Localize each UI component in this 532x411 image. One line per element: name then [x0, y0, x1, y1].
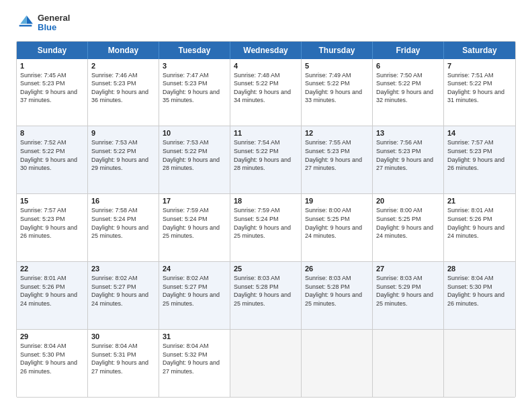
day-number: 28 — [447, 265, 512, 273]
day-number: 17 — [163, 197, 226, 205]
calendar-row-4: 29Sunrise: 8:04 AM Sunset: 5:30 PM Dayli… — [17, 330, 515, 397]
day-info: Sunrise: 8:01 AM Sunset: 5:26 PM Dayligh… — [447, 206, 512, 240]
day-number: 21 — [447, 197, 512, 205]
day-number: 6 — [376, 62, 440, 70]
svg-rect-2 — [19, 25, 32, 26]
day-info: Sunrise: 8:03 AM Sunset: 5:29 PM Dayligh… — [376, 274, 440, 308]
day-cell-20: 20Sunrise: 8:00 AM Sunset: 5:25 PM Dayli… — [373, 194, 444, 261]
day-cell-13: 13Sunrise: 7:56 AM Sunset: 5:23 PM Dayli… — [373, 126, 444, 193]
day-cell-18: 18Sunrise: 7:59 AM Sunset: 5:24 PM Dayli… — [230, 194, 302, 261]
day-number: 1 — [20, 62, 84, 70]
day-info: Sunrise: 8:01 AM Sunset: 5:26 PM Dayligh… — [20, 274, 84, 308]
day-cell-3: 3Sunrise: 7:47 AM Sunset: 5:23 PM Daylig… — [159, 59, 230, 126]
day-cell-7: 7Sunrise: 7:51 AM Sunset: 5:22 PM Daylig… — [444, 59, 515, 126]
day-info: Sunrise: 8:02 AM Sunset: 5:27 PM Dayligh… — [163, 274, 226, 308]
day-cell-19: 19Sunrise: 8:00 AM Sunset: 5:25 PM Dayli… — [302, 194, 373, 261]
day-info: Sunrise: 7:46 AM Sunset: 5:23 PM Dayligh… — [91, 71, 155, 105]
day-cell-8: 8Sunrise: 7:52 AM Sunset: 5:22 PM Daylig… — [17, 126, 88, 193]
day-number: 9 — [91, 129, 155, 137]
header-cell-friday: Friday — [373, 42, 444, 59]
day-info: Sunrise: 8:04 AM Sunset: 5:32 PM Dayligh… — [163, 342, 226, 375]
day-cell-11: 11Sunrise: 7:54 AM Sunset: 5:22 PM Dayli… — [230, 126, 302, 193]
calendar-header: SundayMondayTuesdayWednesdayThursdayFrid… — [17, 42, 515, 59]
header-cell-saturday: Saturday — [444, 42, 515, 59]
empty-cell-r4c6 — [444, 330, 515, 397]
day-info: Sunrise: 8:03 AM Sunset: 5:28 PM Dayligh… — [234, 274, 298, 308]
day-cell-9: 9Sunrise: 7:53 AM Sunset: 5:22 PM Daylig… — [88, 126, 159, 193]
day-info: Sunrise: 7:52 AM Sunset: 5:22 PM Dayligh… — [20, 138, 84, 172]
day-number: 26 — [305, 265, 369, 273]
day-info: Sunrise: 7:57 AM Sunset: 5:23 PM Dayligh… — [447, 138, 512, 172]
day-number: 8 — [20, 129, 84, 137]
day-cell-24: 24Sunrise: 8:02 AM Sunset: 5:27 PM Dayli… — [159, 262, 230, 329]
day-number: 23 — [91, 265, 155, 273]
day-number: 27 — [376, 265, 440, 273]
day-number: 30 — [91, 332, 155, 340]
day-cell-10: 10Sunrise: 7:53 AM Sunset: 5:22 PM Dayli… — [159, 126, 230, 193]
day-cell-2: 2Sunrise: 7:46 AM Sunset: 5:23 PM Daylig… — [88, 59, 159, 126]
day-info: Sunrise: 7:59 AM Sunset: 5:24 PM Dayligh… — [163, 206, 226, 240]
day-cell-17: 17Sunrise: 7:59 AM Sunset: 5:24 PM Dayli… — [159, 194, 230, 261]
day-cell-31: 31Sunrise: 8:04 AM Sunset: 5:32 PM Dayli… — [159, 330, 230, 397]
day-info: Sunrise: 7:48 AM Sunset: 5:22 PM Dayligh… — [234, 71, 298, 105]
day-number: 29 — [20, 332, 84, 340]
day-number: 10 — [163, 129, 226, 137]
day-cell-15: 15Sunrise: 7:57 AM Sunset: 5:23 PM Dayli… — [17, 194, 88, 261]
day-number: 2 — [91, 62, 155, 70]
header-cell-thursday: Thursday — [302, 42, 373, 59]
day-cell-6: 6Sunrise: 7:50 AM Sunset: 5:22 PM Daylig… — [373, 59, 444, 126]
header: General Blue — [16, 13, 516, 33]
empty-cell-r4c3 — [230, 330, 302, 397]
header-cell-monday: Monday — [88, 42, 159, 59]
day-number: 19 — [305, 197, 369, 205]
svg-marker-0 — [27, 15, 33, 24]
day-number: 12 — [305, 129, 369, 137]
day-number: 24 — [163, 265, 226, 273]
day-number: 14 — [447, 129, 512, 137]
day-cell-25: 25Sunrise: 8:03 AM Sunset: 5:28 PM Dayli… — [230, 262, 302, 329]
header-cell-tuesday: Tuesday — [159, 42, 230, 59]
day-number: 22 — [20, 265, 84, 273]
empty-cell-r4c4 — [302, 330, 373, 397]
day-number: 20 — [376, 197, 440, 205]
day-number: 31 — [163, 332, 226, 340]
day-cell-4: 4Sunrise: 7:48 AM Sunset: 5:22 PM Daylig… — [230, 59, 302, 126]
day-number: 7 — [447, 62, 512, 70]
day-info: Sunrise: 7:56 AM Sunset: 5:23 PM Dayligh… — [376, 138, 440, 172]
day-number: 13 — [376, 129, 440, 137]
day-info: Sunrise: 7:50 AM Sunset: 5:22 PM Dayligh… — [376, 71, 440, 105]
day-cell-26: 26Sunrise: 8:03 AM Sunset: 5:28 PM Dayli… — [302, 262, 373, 329]
day-info: Sunrise: 8:03 AM Sunset: 5:28 PM Dayligh… — [305, 274, 369, 308]
calendar-body: 1Sunrise: 7:45 AM Sunset: 5:23 PM Daylig… — [17, 59, 515, 397]
day-cell-16: 16Sunrise: 7:58 AM Sunset: 5:24 PM Dayli… — [88, 194, 159, 261]
day-cell-30: 30Sunrise: 8:04 AM Sunset: 5:31 PM Dayli… — [88, 330, 159, 397]
day-info: Sunrise: 8:04 AM Sunset: 5:31 PM Dayligh… — [91, 342, 155, 375]
day-cell-1: 1Sunrise: 7:45 AM Sunset: 5:23 PM Daylig… — [17, 59, 88, 126]
day-info: Sunrise: 7:53 AM Sunset: 5:22 PM Dayligh… — [91, 138, 155, 172]
page: General Blue SundayMondayTuesdayWednesda… — [0, 0, 532, 411]
calendar-row-3: 22Sunrise: 8:01 AM Sunset: 5:26 PM Dayli… — [17, 262, 515, 330]
empty-cell-r4c5 — [373, 330, 444, 397]
day-number: 16 — [91, 197, 155, 205]
day-info: Sunrise: 7:47 AM Sunset: 5:23 PM Dayligh… — [163, 71, 226, 105]
day-cell-29: 29Sunrise: 8:04 AM Sunset: 5:30 PM Dayli… — [17, 330, 88, 397]
calendar-row-2: 15Sunrise: 7:57 AM Sunset: 5:23 PM Dayli… — [17, 194, 515, 262]
day-number: 4 — [234, 62, 298, 70]
day-cell-21: 21Sunrise: 8:01 AM Sunset: 5:26 PM Dayli… — [444, 194, 515, 261]
calendar-row-0: 1Sunrise: 7:45 AM Sunset: 5:23 PM Daylig… — [17, 59, 515, 127]
day-cell-5: 5Sunrise: 7:49 AM Sunset: 5:22 PM Daylig… — [302, 59, 373, 126]
day-number: 15 — [20, 197, 84, 205]
day-info: Sunrise: 7:51 AM Sunset: 5:22 PM Dayligh… — [447, 71, 512, 105]
day-cell-27: 27Sunrise: 8:03 AM Sunset: 5:29 PM Dayli… — [373, 262, 444, 329]
day-info: Sunrise: 7:59 AM Sunset: 5:24 PM Dayligh… — [234, 206, 298, 240]
logo-icon — [16, 13, 35, 32]
day-number: 3 — [163, 62, 226, 70]
svg-marker-1 — [20, 15, 26, 24]
logo-text: General Blue — [38, 13, 70, 33]
day-info: Sunrise: 7:53 AM Sunset: 5:22 PM Dayligh… — [163, 138, 226, 172]
day-cell-23: 23Sunrise: 8:02 AM Sunset: 5:27 PM Dayli… — [88, 262, 159, 329]
day-cell-22: 22Sunrise: 8:01 AM Sunset: 5:26 PM Dayli… — [17, 262, 88, 329]
day-info: Sunrise: 8:00 AM Sunset: 5:25 PM Dayligh… — [376, 206, 440, 240]
day-info: Sunrise: 8:00 AM Sunset: 5:25 PM Dayligh… — [305, 206, 369, 240]
day-number: 18 — [234, 197, 298, 205]
